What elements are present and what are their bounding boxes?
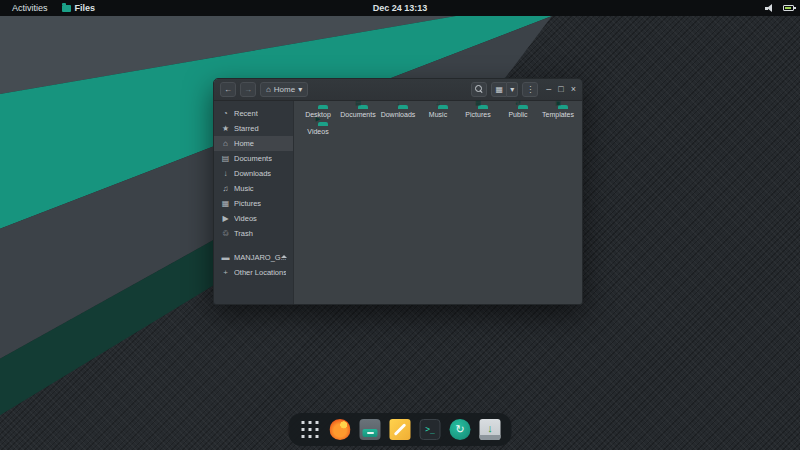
- activities-button[interactable]: Activities: [8, 3, 52, 13]
- drawer-handle: [367, 432, 374, 434]
- location-label: Home: [274, 85, 295, 94]
- video-icon: ▶: [221, 214, 230, 223]
- music-icon: ♫: [221, 184, 230, 193]
- folder-emblem: ⇄: [515, 100, 520, 107]
- sidebar-item-label: Recent: [234, 109, 258, 118]
- folder-label: Templates: [538, 111, 578, 119]
- folder-emblem: ↓: [396, 100, 399, 107]
- app-menu[interactable]: Files: [62, 3, 96, 13]
- search-icon: [475, 85, 484, 94]
- firefox-icon[interactable]: [330, 419, 351, 440]
- folder-label: Downloads: [378, 111, 418, 119]
- chevron-down-icon: ▾: [298, 85, 302, 94]
- sidebar-item-downloads[interactable]: ↓ Downloads: [214, 166, 293, 181]
- image-icon: ▦: [221, 199, 230, 208]
- top-panel: Activities Files Dec 24 13:13: [0, 0, 800, 16]
- sidebar-item-label: Documents: [234, 154, 272, 163]
- location-button[interactable]: ⌂ Home ▾: [260, 82, 308, 97]
- trash-icon: ♲: [221, 229, 230, 238]
- menu-button[interactable]: ⋮: [522, 82, 538, 97]
- sidebar-item-label: Videos: [234, 214, 257, 223]
- folder-downloads[interactable]: ↓ Downloads: [378, 108, 418, 119]
- app-grid-icon[interactable]: [300, 419, 321, 440]
- clock[interactable]: Dec 24 13:13: [373, 3, 428, 13]
- sidebar-item-manjaro-volume[interactable]: ▬ MANJARO_G...: [214, 250, 293, 265]
- plus-icon: +: [221, 268, 230, 277]
- sidebar-item-videos[interactable]: ▶ Videos: [214, 211, 293, 226]
- volume-icon: [765, 4, 775, 13]
- files-app-icon: [62, 5, 71, 12]
- window-controls: – □ ×: [546, 85, 576, 94]
- folder-documents[interactable]: ▤ Documents: [338, 108, 378, 119]
- sidebar-item-trash[interactable]: ♲ Trash: [214, 226, 293, 241]
- app-menu-label: Files: [75, 3, 96, 13]
- maximize-button[interactable]: □: [558, 85, 563, 94]
- file-grid: Desktop ▤ Documents ↓ Downloads ♫ Music …: [294, 101, 582, 304]
- folder-emblem: ▣: [555, 100, 561, 107]
- usb-drive-icon: ▬: [221, 253, 230, 262]
- folder-label: Pictures: [458, 111, 498, 119]
- sidebar-item-label: Other Locations: [234, 268, 286, 277]
- recent-icon: ◔: [221, 109, 230, 118]
- refresh-glyph: ↻: [455, 424, 464, 435]
- system-status-area[interactable]: [765, 0, 794, 16]
- text-editor-icon[interactable]: [390, 419, 411, 440]
- battery-icon: [783, 5, 794, 11]
- file-manager-icon[interactable]: [360, 419, 381, 440]
- home-icon: ⌂: [266, 85, 271, 94]
- sidebar-item-label: Pictures: [234, 199, 261, 208]
- sidebar-item-pictures[interactable]: ▦ Pictures: [214, 196, 293, 211]
- folder-label: Music: [418, 111, 458, 119]
- folder-emblem: ▤: [355, 100, 361, 107]
- download-icon: ↓: [221, 169, 230, 178]
- close-button[interactable]: ×: [571, 85, 576, 94]
- search-button[interactable]: [471, 82, 487, 97]
- document-icon: ▤: [221, 154, 230, 163]
- sidebar-item-documents[interactable]: ▤ Documents: [214, 151, 293, 166]
- sidebar-item-home[interactable]: ⌂ Home: [214, 136, 293, 151]
- sidebar-item-other-locations[interactable]: + Other Locations: [214, 265, 293, 280]
- star-icon: ★: [221, 124, 230, 133]
- folder-emblem: ▶: [316, 116, 321, 123]
- folder-music[interactable]: ♫ Music: [418, 108, 458, 119]
- software-manager-icon[interactable]: ↻: [450, 419, 471, 440]
- terminal-prompt-glyph: >_: [425, 425, 435, 434]
- back-button[interactable]: ←: [220, 82, 236, 97]
- sidebar: ◔ Recent ★ Starred ⌂ Home ▤ Documents ↓ …: [214, 101, 294, 304]
- folder-emblem: ▦: [475, 100, 481, 107]
- folder-public[interactable]: ⇄ Public: [498, 108, 538, 119]
- sidebar-item-label: Trash: [234, 229, 253, 238]
- forward-button[interactable]: →: [240, 82, 256, 97]
- sidebar-item-label: Music: [234, 184, 254, 193]
- folder-templates[interactable]: ▣ Templates: [538, 108, 578, 119]
- folder-pictures[interactable]: ▦ Pictures: [458, 108, 498, 119]
- dock: >_ ↻ ↓: [289, 413, 512, 446]
- folder-videos[interactable]: ▶ Videos: [298, 125, 338, 136]
- sidebar-item-label: Downloads: [234, 169, 271, 178]
- sidebar-item-music[interactable]: ♫ Music: [214, 181, 293, 196]
- files-window: ← → ⌂ Home ▾ ▦ ▾ ⋮ – □ × ◔ Recent ★ Sta: [213, 78, 583, 305]
- terminal-icon[interactable]: >_: [420, 419, 441, 440]
- grid-view-button[interactable]: ▦: [491, 82, 507, 97]
- home-icon: ⌂: [221, 139, 230, 148]
- sidebar-item-recent[interactable]: ◔ Recent: [214, 106, 293, 121]
- eject-icon[interactable]: [281, 255, 287, 258]
- download-glyph: ↓: [487, 423, 493, 434]
- view-options-caret[interactable]: ▾: [507, 82, 518, 97]
- folder-emblem: ♫: [436, 100, 441, 107]
- minimize-button[interactable]: –: [546, 85, 551, 94]
- sidebar-item-label: MANJARO_G...: [234, 253, 286, 262]
- sidebar-item-label: Starred: [234, 124, 259, 133]
- sidebar-separator: [214, 241, 293, 250]
- sidebar-item-label: Home: [234, 139, 254, 148]
- sidebar-item-starred[interactable]: ★ Starred: [214, 121, 293, 136]
- folder-label: Videos: [298, 128, 338, 136]
- package-installer-icon[interactable]: ↓: [480, 419, 501, 440]
- folder-label: Public: [498, 111, 538, 119]
- folder-label: Documents: [338, 111, 378, 119]
- view-toggle: ▦ ▾: [491, 82, 518, 97]
